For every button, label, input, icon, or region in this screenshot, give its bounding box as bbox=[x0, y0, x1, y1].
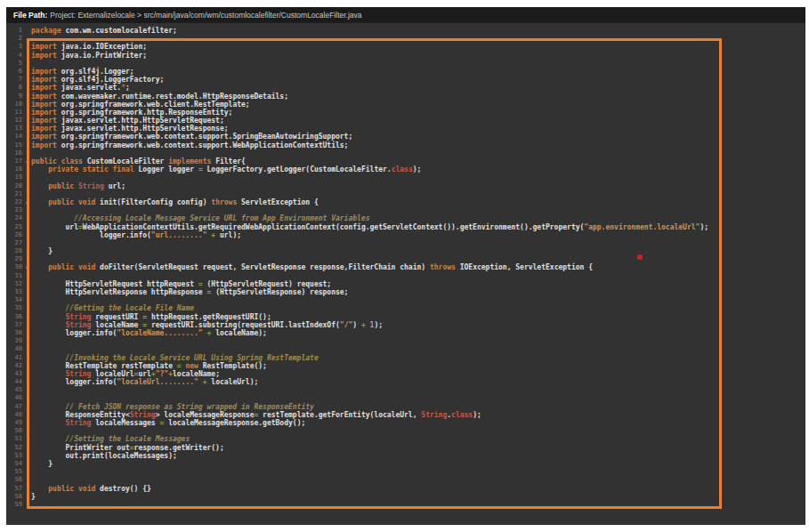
fold-gutter-spacer bbox=[22, 272, 31, 280]
code-line[interactable]: 6import org.slf4j.Logger; bbox=[6, 68, 805, 76]
fold-arrow-icon[interactable]: ▾ bbox=[22, 198, 31, 206]
code-line[interactable]: 44 logger.info("localeUrl........" + loc… bbox=[6, 378, 805, 386]
line-number: 39 bbox=[6, 337, 22, 345]
code-line[interactable]: 51 //Setting the Locale Messages bbox=[6, 435, 805, 443]
code-text: HttpServletRequest httpRequest = (HttpSe… bbox=[31, 280, 331, 288]
code-line[interactable]: 36 String requestURI = httpRequest.getRe… bbox=[6, 313, 805, 321]
code-line[interactable]: 23 bbox=[6, 206, 805, 214]
code-area[interactable]: 1package com.wm.customlocalefilter;23imp… bbox=[6, 27, 805, 509]
code-text: out.print(localeMessages); bbox=[31, 452, 177, 460]
code-line[interactable]: 39 bbox=[6, 337, 805, 345]
fold-arrow-icon[interactable]: ▾ bbox=[22, 157, 31, 165]
line-number: 7 bbox=[6, 76, 22, 84]
code-line[interactable]: 48 ResponseEntity<String> localeMessageR… bbox=[6, 411, 805, 419]
line-number: 6 bbox=[6, 68, 22, 76]
fold-gutter-spacer bbox=[22, 485, 31, 493]
code-line[interactable]: 31 bbox=[6, 272, 805, 280]
code-line[interactable]: 5 bbox=[6, 60, 805, 68]
line-number: 57 bbox=[6, 485, 22, 493]
code-line[interactable]: 40 bbox=[6, 345, 805, 353]
code-text: String localeName = requestURI.substring… bbox=[31, 321, 383, 329]
code-line[interactable]: 3import java.io.IOException; bbox=[6, 43, 805, 51]
code-line[interactable]: 35 //Getting the Locale File Name bbox=[6, 304, 805, 312]
code-line[interactable]: 10import org.springframework.web.client.… bbox=[6, 101, 805, 109]
fold-gutter-spacer bbox=[22, 296, 31, 304]
code-line[interactable]: 49 String localeMessages = localeMessage… bbox=[6, 419, 805, 427]
code-line[interactable]: 2 bbox=[6, 35, 805, 43]
fold-gutter-spacer bbox=[22, 476, 31, 484]
code-line[interactable]: 18 private static final Logger logger = … bbox=[6, 165, 805, 173]
code-line[interactable]: 17▾public class CustomLocaleFilter imple… bbox=[6, 157, 805, 165]
fold-arrow-icon[interactable]: ▾ bbox=[22, 263, 31, 271]
line-number: 34 bbox=[6, 296, 22, 304]
line-number: 21 bbox=[6, 190, 22, 198]
code-line[interactable]: 24 //Accessing Locale Message Service UR… bbox=[6, 214, 805, 222]
fold-gutter-spacer bbox=[22, 84, 31, 92]
line-number: 17 bbox=[6, 157, 22, 165]
code-text: import org.springframework.http.Response… bbox=[31, 109, 232, 117]
code-line[interactable]: 38 logger.info("localeName........" + lo… bbox=[6, 329, 805, 337]
code-line[interactable]: 50 bbox=[6, 427, 805, 435]
code-line[interactable]: 1package com.wm.customlocalefilter; bbox=[6, 27, 805, 35]
fold-gutter-spacer bbox=[22, 93, 31, 101]
code-line[interactable]: 21 bbox=[6, 190, 805, 198]
line-number: 19 bbox=[6, 173, 22, 181]
fold-gutter-spacer bbox=[22, 223, 31, 231]
line-number: 15 bbox=[6, 141, 22, 149]
code-line[interactable]: 15import org.springframework.web.context… bbox=[6, 141, 805, 149]
code-line[interactable]: 8import javax.servlet.*; bbox=[6, 84, 805, 92]
code-line[interactable]: 54 } bbox=[6, 460, 805, 468]
line-number: 14 bbox=[6, 133, 22, 141]
code-editor[interactable]: 1package com.wm.customlocalefilter;23imp… bbox=[6, 27, 805, 525]
code-text: RestTemplate restTemplate = new RestTemp… bbox=[31, 362, 267, 370]
line-number: 43 bbox=[6, 370, 22, 378]
code-line[interactable]: 14import org.springframework.web.context… bbox=[6, 133, 805, 141]
code-line[interactable]: 28 } bbox=[6, 247, 805, 255]
code-line[interactable]: 42 RestTemplate restTemplate = new RestT… bbox=[6, 362, 805, 370]
fold-gutter-spacer bbox=[22, 117, 31, 125]
code-line[interactable]: 4import java.io.PrintWriter; bbox=[6, 52, 805, 60]
line-number: 9 bbox=[6, 93, 22, 101]
code-line[interactable]: 25 url=WebApplicationContextUtils.getReq… bbox=[6, 223, 805, 231]
fold-gutter-spacer bbox=[22, 337, 31, 345]
code-text: import org.springframework.web.context.s… bbox=[31, 141, 348, 149]
fold-gutter-spacer bbox=[22, 68, 31, 76]
code-text: public String url; bbox=[31, 182, 125, 190]
fold-gutter-spacer bbox=[22, 444, 31, 452]
code-line[interactable]: 47 // Fetch JSON response as String wrap… bbox=[6, 403, 805, 411]
fold-gutter-spacer bbox=[22, 501, 31, 509]
line-number: 44 bbox=[6, 378, 22, 386]
code-line[interactable]: 27 bbox=[6, 239, 805, 247]
code-text: //Invoking the Locale Service URL Using … bbox=[31, 354, 319, 362]
code-line[interactable]: 52 PrintWriter out=response.getWriter(); bbox=[6, 444, 805, 452]
line-number: 51 bbox=[6, 435, 22, 443]
code-line[interactable]: 19 bbox=[6, 173, 805, 181]
code-line[interactable]: 55 bbox=[6, 468, 805, 476]
code-line[interactable]: 22▾ public void init(FilterConfig config… bbox=[6, 198, 805, 206]
line-number: 11 bbox=[6, 109, 22, 117]
code-line[interactable]: 20 public String url; bbox=[6, 182, 805, 190]
fold-gutter-spacer bbox=[22, 190, 31, 198]
code-line[interactable]: 16 bbox=[6, 149, 805, 157]
code-line[interactable]: 56 bbox=[6, 476, 805, 484]
code-line[interactable]: 9import com.wavemaker.runtime.rest.model… bbox=[6, 93, 805, 101]
code-line[interactable]: 41 //Invoking the Locale Service URL Usi… bbox=[6, 354, 805, 362]
code-text: public void destroy() {} bbox=[31, 485, 151, 493]
line-number: 8 bbox=[6, 84, 22, 92]
code-line[interactable]: 37 String localeName = requestURI.substr… bbox=[6, 321, 805, 329]
code-line[interactable]: 46 bbox=[6, 394, 805, 402]
code-line[interactable]: 26 logger.info("url........" + url); bbox=[6, 231, 805, 239]
code-line[interactable]: 12import javax.servlet.http.HttpServletR… bbox=[6, 117, 805, 125]
code-line[interactable]: 11import org.springframework.http.Respon… bbox=[6, 109, 805, 117]
code-line[interactable]: 43 String localeUrl=url+"?"+localeName; bbox=[6, 370, 805, 378]
code-line[interactable]: 45 bbox=[6, 386, 805, 394]
code-line[interactable]: 32 HttpServletRequest httpRequest = (Htt… bbox=[6, 280, 805, 288]
code-line[interactable]: 59 bbox=[6, 501, 805, 509]
code-line[interactable]: 57 public void destroy() {} bbox=[6, 485, 805, 493]
code-line[interactable]: 7import org.slf4j.LoggerFactory; bbox=[6, 76, 805, 84]
code-line[interactable]: 34 bbox=[6, 296, 805, 304]
code-line[interactable]: 30▾ public void doFilter(ServletRequest … bbox=[6, 263, 805, 271]
code-line[interactable]: 58} bbox=[6, 493, 805, 501]
code-line[interactable]: 33 HttpServletResponse httpResponse = (H… bbox=[6, 288, 805, 296]
code-line[interactable]: 53 out.print(localeMessages); bbox=[6, 452, 805, 460]
